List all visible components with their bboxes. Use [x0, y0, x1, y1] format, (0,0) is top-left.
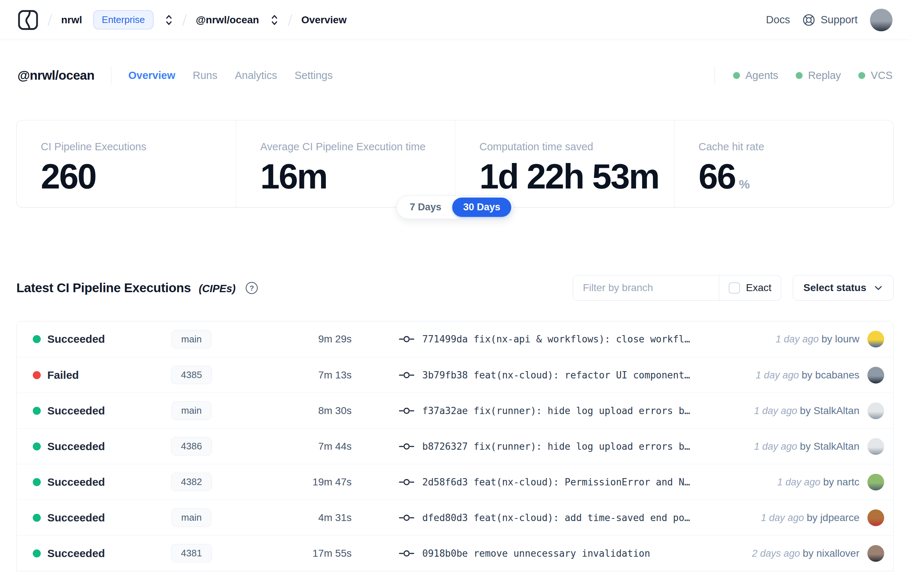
- branch-filter-input[interactable]: [573, 275, 719, 300]
- cipe-status: Succeeded: [33, 440, 142, 452]
- author-avatar[interactable]: [867, 438, 884, 455]
- exact-label: Exact: [746, 282, 771, 294]
- author-avatar[interactable]: [867, 331, 884, 347]
- branch-badge[interactable]: 4381: [171, 544, 212, 562]
- cipe-row[interactable]: Succeeded 4382 19m 47s 2d58f6d3 feat(nx-…: [17, 464, 893, 499]
- breadcrumb-org[interactable]: nrwl: [61, 14, 82, 26]
- status-link-label: Agents: [745, 69, 778, 81]
- commit-message: b8726327 fix(runner): hide log upload er…: [422, 441, 690, 452]
- commit-message: f37a32ae fix(runner): hide log upload er…: [422, 405, 690, 416]
- stat-value: 1d 22h 53m: [479, 157, 659, 197]
- stats-cards: CI Pipeline Executions260Average CI Pipe…: [16, 120, 894, 207]
- user-avatar[interactable]: [870, 9, 892, 31]
- status-label: Succeeded: [47, 547, 105, 560]
- help-icon[interactable]: ?: [245, 281, 259, 295]
- commit-info[interactable]: 771499da fix(nx-api & workflows): close …: [399, 334, 690, 344]
- workspace-switcher-chevrons-icon[interactable]: [270, 14, 279, 26]
- cipes-title: Latest CI Pipeline Executions (CIPEs): [16, 281, 236, 295]
- stat-value: 16m: [260, 157, 440, 197]
- tab-analytics[interactable]: Analytics: [235, 69, 277, 81]
- time-ago-label: 1 day ago: [777, 477, 823, 488]
- author-avatar[interactable]: [867, 402, 884, 419]
- commit-info[interactable]: dfed80d3 feat(nx-cloud): add time-saved …: [399, 512, 690, 523]
- branch-badge[interactable]: main: [171, 330, 212, 349]
- status-select-label: Select status: [803, 282, 866, 294]
- commit-info[interactable]: 0918b0be remove unnecessary invalidation: [399, 548, 650, 559]
- stat-value: 260: [41, 157, 221, 197]
- status-label: Succeeded: [47, 512, 105, 524]
- stat-value-number: 260: [41, 157, 96, 196]
- range-option-30-days[interactable]: 30 Days: [452, 197, 511, 217]
- status-dot-icon: [33, 371, 41, 379]
- breadcrumb-separator: [288, 14, 292, 26]
- status-dot-icon: [33, 514, 41, 522]
- status-dot-icon: [33, 407, 41, 415]
- author-avatar[interactable]: [867, 367, 884, 383]
- cipe-row[interactable]: Succeeded main 4m 31s dfed80d3 feat(nx-c…: [17, 499, 893, 535]
- time-author-label: 1 day ago by bcabanes: [756, 369, 860, 381]
- breadcrumb-workspace[interactable]: @nrwl/ocean: [196, 14, 259, 26]
- stat-card: Average CI Pipeline Execution time16m: [236, 120, 455, 207]
- branch-badge[interactable]: main: [171, 508, 212, 527]
- status-label: Succeeded: [47, 405, 105, 417]
- exact-toggle[interactable]: Exact: [719, 275, 781, 300]
- stat-label: Average CI Pipeline Execution time: [260, 141, 440, 153]
- commit-message: dfed80d3 feat(nx-cloud): add time-saved …: [422, 512, 690, 523]
- git-commit-icon: [399, 477, 414, 487]
- status-link-label: VCS: [871, 69, 892, 81]
- author-avatar[interactable]: [867, 474, 884, 491]
- support-link[interactable]: Support: [802, 13, 858, 27]
- cipe-row[interactable]: Succeeded main 8m 30s f37a32ae fix(runne…: [17, 393, 893, 428]
- branch-badge[interactable]: 4386: [171, 437, 212, 456]
- branch-badge[interactable]: main: [171, 401, 212, 420]
- commit-message: 0918b0be remove unnecessary invalidation: [422, 548, 650, 559]
- status-select-dropdown[interactable]: Select status: [793, 275, 894, 300]
- commit-info[interactable]: 3b79fb38 feat(nx-cloud): refactor UI com…: [399, 370, 690, 381]
- branch-badge[interactable]: 4382: [171, 473, 212, 491]
- breadcrumb-page[interactable]: Overview: [301, 14, 347, 26]
- stats-section: CI Pipeline Executions260Average CI Pipe…: [16, 120, 894, 207]
- cipe-status: Failed: [33, 369, 142, 381]
- git-commit-icon: [399, 549, 414, 558]
- tab-overview[interactable]: Overview: [128, 69, 175, 81]
- exact-checkbox[interactable]: [729, 283, 740, 294]
- commit-info[interactable]: b8726327 fix(runner): hide log upload er…: [399, 441, 690, 452]
- commit-info[interactable]: 2d58f6d3 feat(nx-cloud): PermissionError…: [399, 477, 690, 488]
- git-commit-icon: [399, 513, 414, 522]
- cipe-row[interactable]: Failed 4385 7m 13s 3b79fb38 feat(nx-clou…: [17, 357, 893, 393]
- duration-label: 17m 55s: [241, 548, 352, 559]
- author-avatar[interactable]: [867, 545, 884, 562]
- enterprise-badge[interactable]: Enterprise: [93, 10, 154, 29]
- stat-value-number: 66: [698, 157, 735, 196]
- status-link-agents[interactable]: Agents: [733, 69, 778, 81]
- tab-settings[interactable]: Settings: [294, 69, 333, 81]
- duration-label: 9m 29s: [241, 333, 352, 345]
- cipes-title-suffix: (CIPEs): [199, 283, 236, 294]
- stat-card: CI Pipeline Executions260: [17, 120, 236, 207]
- cipe-row[interactable]: Succeeded 4381 17m 55s 0918b0be remove u…: [17, 535, 893, 571]
- range-option-7-days[interactable]: 7 Days: [399, 197, 452, 217]
- cipes-heading-row: Latest CI Pipeline Executions (CIPEs) ? …: [16, 275, 894, 300]
- support-label: Support: [821, 14, 858, 26]
- author-label: by lourw: [821, 333, 860, 344]
- cipe-row[interactable]: Succeeded 4386 7m 44s b8726327 fix(runne…: [17, 428, 893, 464]
- docs-link[interactable]: Docs: [766, 14, 790, 26]
- commit-info[interactable]: f37a32ae fix(runner): hide log upload er…: [399, 405, 690, 416]
- app-logo-icon[interactable]: [18, 10, 39, 31]
- status-link-vcs[interactable]: VCS: [858, 69, 892, 81]
- divider: [111, 66, 112, 84]
- time-ago-label: 1 day ago: [754, 441, 800, 452]
- green-dot-icon: [733, 72, 740, 79]
- status-dot-icon: [33, 478, 41, 486]
- tab-runs[interactable]: Runs: [192, 69, 217, 81]
- time-author-label: 1 day ago by jdpearce: [761, 512, 860, 523]
- author-label: by jdpearce: [807, 512, 860, 523]
- branch-badge[interactable]: 4385: [171, 366, 212, 384]
- cipes-table: Succeeded main 9m 29s 771499da fix(nx-ap…: [16, 321, 894, 571]
- author-avatar[interactable]: [867, 509, 884, 526]
- duration-label: 19m 47s: [241, 476, 352, 488]
- status-link-replay[interactable]: Replay: [796, 69, 841, 81]
- org-switcher-chevrons-icon[interactable]: [165, 14, 173, 26]
- cipe-row[interactable]: Succeeded main 9m 29s 771499da fix(nx-ap…: [17, 321, 893, 357]
- status-label: Failed: [47, 369, 79, 381]
